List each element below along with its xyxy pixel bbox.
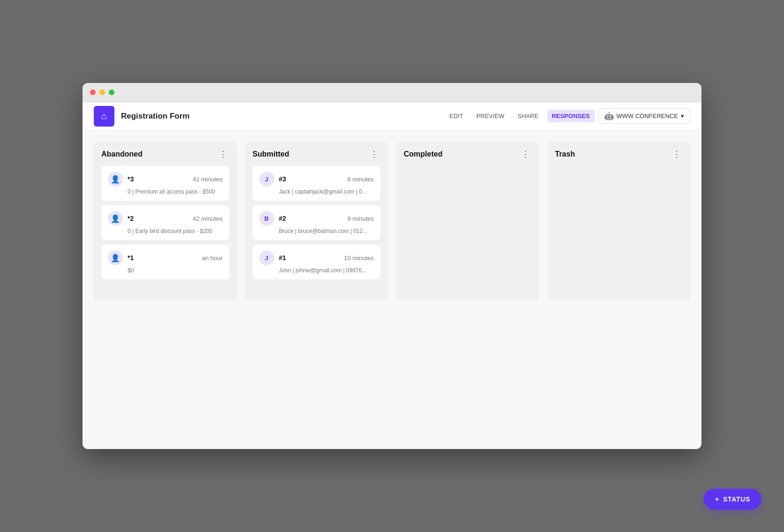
completed-header: Completed⋮ — [404, 149, 532, 159]
app-title: Registration Form — [121, 112, 445, 121]
card-time: 42 minutes — [193, 215, 223, 222]
column-abandoned: Abandoned⋮👤*341 minutes0 | Premium all a… — [94, 142, 237, 301]
card-time: 41 minutes — [193, 176, 223, 183]
completed-more-button[interactable]: ⋮ — [520, 149, 532, 159]
nav-link-responses[interactable]: RESPONSES — [547, 110, 595, 122]
column-trash: Trash⋮ — [548, 142, 691, 301]
avatar: J — [259, 172, 274, 187]
card-left: B#2 — [259, 211, 286, 226]
card-top: J#110 minutes — [259, 250, 374, 265]
card-id: #3 — [279, 175, 286, 183]
card-left: 👤*2 — [108, 211, 134, 226]
abandoned-more-button[interactable]: ⋮ — [217, 149, 229, 159]
card-detail: $0 — [108, 267, 223, 274]
card-top: J#38 minutes — [259, 172, 374, 187]
card-time: 9 minutes — [347, 215, 374, 222]
avatar: 👤 — [108, 211, 123, 226]
titlebar — [83, 83, 701, 102]
main-content: Abandoned⋮👤*341 minutes0 | Premium all a… — [83, 130, 701, 449]
card-left: J#3 — [259, 172, 286, 187]
chevron-down-icon: ▾ — [681, 112, 684, 120]
trash-header: Trash⋮ — [555, 149, 683, 159]
card-top: 👤*1an hour — [108, 250, 223, 265]
card-time: an hour — [202, 255, 222, 262]
org-label: WWW CONFERENCE — [617, 112, 678, 120]
card-top: 👤*341 minutes — [108, 172, 223, 187]
card-abandoned-1[interactable]: 👤*242 minutes0 | Early bird discount pas… — [101, 205, 229, 240]
avatar: J — [259, 250, 274, 265]
card-left: J#1 — [259, 250, 286, 265]
abandoned-cards: 👤*341 minutes0 | Premium all access pass… — [101, 166, 229, 279]
avatar: 👤 — [108, 172, 123, 187]
trash-more-button[interactable]: ⋮ — [671, 149, 683, 159]
column-submitted: Submitted⋮J#38 minutesJack | captainjack… — [245, 142, 388, 301]
card-id: #1 — [279, 254, 286, 262]
card-detail: 0 | Early bird discount pass - $200 — [108, 228, 223, 234]
card-submitted-2[interactable]: J#110 minutesJohn | johnw@gmail.com | 09… — [253, 245, 381, 279]
nav-link-preview[interactable]: PREVIEW — [472, 110, 509, 122]
card-submitted-0[interactable]: J#38 minutesJack | captainjack@gmail.com… — [253, 166, 381, 201]
card-time: 10 minutes — [344, 255, 374, 262]
card-detail: John | johnw@gmail.com | 09876... — [259, 267, 374, 274]
abandoned-header: Abandoned⋮ — [101, 149, 229, 159]
card-id: #2 — [279, 215, 286, 222]
nav-link-edit[interactable]: EDIT — [445, 110, 468, 122]
columns-container: Abandoned⋮👤*341 minutes0 | Premium all a… — [94, 142, 690, 301]
user-icon: 👤 — [111, 254, 120, 262]
card-id: *1 — [128, 254, 134, 262]
card-top: 👤*242 minutes — [108, 211, 223, 226]
org-button[interactable]: 🤖 WWW CONFERENCE ▾ — [598, 108, 690, 124]
nav-links: EDITPREVIEWSHARERESPONSES — [445, 110, 594, 122]
card-left: 👤*1 — [108, 250, 134, 265]
submitted-more-button[interactable]: ⋮ — [368, 149, 380, 159]
app-window: ⌂ Registration Form EDITPREVIEWSHARERESP… — [83, 83, 701, 449]
nav-link-share[interactable]: SHARE — [513, 110, 543, 122]
minimize-dot[interactable] — [99, 90, 105, 95]
card-detail: 0 | Premium all access pass - $500 — [108, 188, 223, 195]
app-header: ⌂ Registration Form EDITPREVIEWSHARERESP… — [83, 102, 701, 130]
card-submitted-1[interactable]: B#29 minutesBruce | bruce@batman.com | 0… — [253, 205, 381, 240]
card-abandoned-2[interactable]: 👤*1an hour$0 — [101, 245, 229, 279]
home-button[interactable]: ⌂ — [94, 106, 114, 127]
submitted-cards: J#38 minutesJack | captainjack@gmail.com… — [253, 166, 381, 279]
home-icon: ⌂ — [101, 111, 107, 121]
trash-title: Trash — [555, 150, 575, 158]
card-detail: Bruce | bruce@batman.com | 012... — [259, 228, 374, 234]
avatar: B — [259, 211, 274, 226]
avatar: 👤 — [108, 250, 123, 265]
card-abandoned-0[interactable]: 👤*341 minutes0 | Premium all access pass… — [101, 166, 229, 201]
card-detail: Jack | captainjack@gmail.com | 0... — [259, 188, 374, 195]
maximize-dot[interactable] — [109, 90, 114, 95]
submitted-title: Submitted — [253, 150, 289, 158]
card-id: *2 — [128, 215, 134, 222]
user-icon: 👤 — [111, 175, 120, 184]
submitted-header: Submitted⋮ — [253, 149, 381, 159]
card-id: *3 — [128, 175, 134, 183]
abandoned-title: Abandoned — [101, 150, 143, 158]
card-top: B#29 minutes — [259, 211, 374, 226]
org-icon: 🤖 — [604, 112, 614, 120]
close-dot[interactable] — [90, 90, 96, 95]
completed-title: Completed — [404, 150, 443, 158]
card-time: 8 minutes — [347, 176, 374, 183]
user-icon: 👤 — [111, 214, 120, 223]
column-completed: Completed⋮ — [396, 142, 539, 301]
card-left: 👤*3 — [108, 172, 134, 187]
